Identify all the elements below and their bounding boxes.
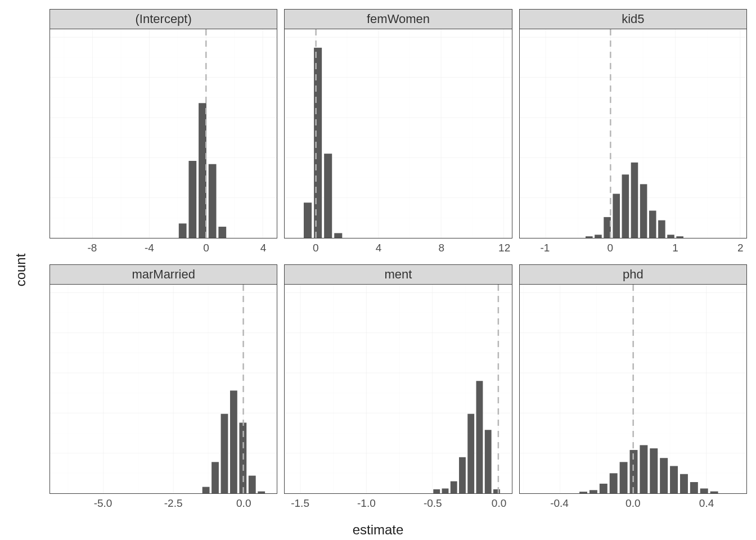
svg-rect-125: [459, 457, 466, 493]
plot-panel: 025050075010001250: [50, 29, 277, 238]
x-tick-label: -5.0: [94, 497, 112, 510]
plot-panel: [284, 284, 512, 494]
svg-rect-151: [599, 484, 607, 493]
facet-phd: phd-0.40.00.4: [519, 264, 747, 513]
svg-rect-122: [434, 489, 440, 493]
y-tick-label: 0: [50, 487, 50, 494]
y-tick-label: 500: [50, 151, 50, 164]
y-tick-label: 1250: [50, 286, 50, 299]
x-tick-label: -1: [541, 242, 550, 254]
y-tick-label: 250: [50, 447, 50, 460]
svg-rect-152: [609, 473, 617, 493]
svg-rect-150: [590, 490, 597, 493]
x-tick-label: 0: [313, 242, 319, 254]
plot-panel: [519, 284, 747, 494]
svg-rect-157: [660, 458, 668, 493]
plot-panel: [284, 29, 512, 238]
x-tick-label: -1.0: [357, 497, 376, 510]
x-tick-label: 0.0: [236, 497, 251, 510]
svg-rect-76: [676, 236, 683, 238]
y-tick-label: 500: [50, 407, 50, 419]
svg-rect-162: [710, 492, 718, 493]
svg-rect-68: [604, 217, 611, 238]
x-tick-label: 1: [672, 242, 678, 254]
svg-rect-66: [586, 236, 593, 238]
faceted-histogram-figure: count estimate (Intercept)02505007501000…: [0, 0, 756, 540]
x-tick-label: 8: [439, 242, 445, 254]
plot-panel: [519, 29, 747, 238]
svg-rect-43: [304, 202, 312, 238]
svg-rect-23: [218, 227, 226, 238]
x-tick-label: 0: [607, 242, 613, 254]
svg-rect-97: [212, 462, 219, 493]
svg-rect-149: [579, 492, 587, 493]
svg-rect-156: [650, 448, 658, 493]
svg-rect-127: [476, 381, 483, 493]
y-tick-label: 750: [50, 111, 50, 124]
svg-rect-124: [451, 482, 457, 493]
x-tick-label: 4: [376, 242, 382, 254]
svg-rect-126: [468, 414, 475, 493]
svg-rect-96: [202, 487, 210, 493]
facet-strip: (Intercept): [50, 9, 277, 29]
svg-rect-69: [613, 194, 620, 238]
svg-rect-45: [324, 154, 332, 238]
x-tick-label: 0.4: [699, 497, 714, 510]
svg-rect-71: [631, 163, 638, 238]
y-tick-label: 0: [50, 232, 50, 238]
x-tick-label: -4: [145, 242, 154, 254]
x-tick-label: -0.4: [550, 497, 569, 510]
x-tick-label: 0.0: [492, 497, 506, 510]
x-axis-label: estimate: [353, 522, 404, 538]
svg-rect-102: [258, 492, 265, 493]
y-axis-label: count: [13, 254, 29, 287]
svg-rect-155: [640, 445, 647, 493]
x-tick-label: 2: [737, 242, 744, 254]
facet-femwomen: femWomen04812: [284, 9, 512, 258]
y-tick-label: 750: [50, 367, 50, 379]
svg-rect-99: [230, 390, 237, 493]
facet-strip: ment: [284, 264, 512, 284]
x-tick-label: 12: [498, 242, 510, 254]
x-tick-label: -1.5: [291, 497, 309, 510]
svg-rect-73: [649, 210, 656, 238]
facet-strip: femWomen: [284, 9, 512, 29]
svg-rect-101: [249, 476, 256, 493]
svg-rect-46: [335, 233, 343, 238]
x-tick-label: 0: [203, 242, 209, 254]
facet-kid5: kid5-1012: [519, 9, 747, 258]
y-tick-label: 1000: [50, 71, 50, 84]
svg-rect-22: [209, 164, 217, 238]
svg-rect-75: [667, 235, 674, 238]
x-tick-label: -8: [88, 242, 97, 254]
y-tick-label: 1000: [50, 327, 50, 339]
x-tick-label: 4: [260, 242, 267, 254]
svg-rect-44: [314, 48, 322, 238]
svg-rect-74: [658, 220, 665, 238]
svg-rect-70: [622, 174, 629, 238]
facet-strip: kid5: [519, 9, 747, 29]
x-tick-label: -0.5: [424, 497, 442, 510]
svg-rect-153: [619, 462, 627, 493]
facet-grid: (Intercept)025050075010001250-8-404femWo…: [50, 9, 747, 513]
svg-rect-123: [442, 488, 449, 493]
plot-panel: 025050075010001250: [50, 284, 277, 494]
facet-intercept: (Intercept)025050075010001250-8-404: [50, 9, 277, 258]
facet-strip: phd: [519, 264, 747, 284]
y-tick-label: 250: [50, 192, 50, 204]
svg-rect-21: [199, 103, 206, 238]
svg-rect-67: [595, 235, 602, 238]
facet-ment: ment-1.5-1.0-0.50.0: [284, 264, 512, 513]
svg-rect-19: [179, 223, 187, 238]
svg-rect-98: [221, 414, 228, 493]
svg-rect-20: [188, 161, 196, 238]
svg-rect-161: [700, 488, 708, 493]
facet-strip: marMarried: [50, 264, 277, 284]
svg-rect-158: [670, 466, 678, 493]
svg-rect-160: [690, 482, 698, 493]
svg-rect-159: [680, 474, 688, 493]
facet-marmarried: marMarried025050075010001250-5.0-2.50.0: [50, 264, 277, 513]
svg-rect-72: [640, 184, 647, 238]
y-tick-label: 1250: [50, 31, 50, 43]
x-tick-label: 0.0: [626, 497, 640, 510]
